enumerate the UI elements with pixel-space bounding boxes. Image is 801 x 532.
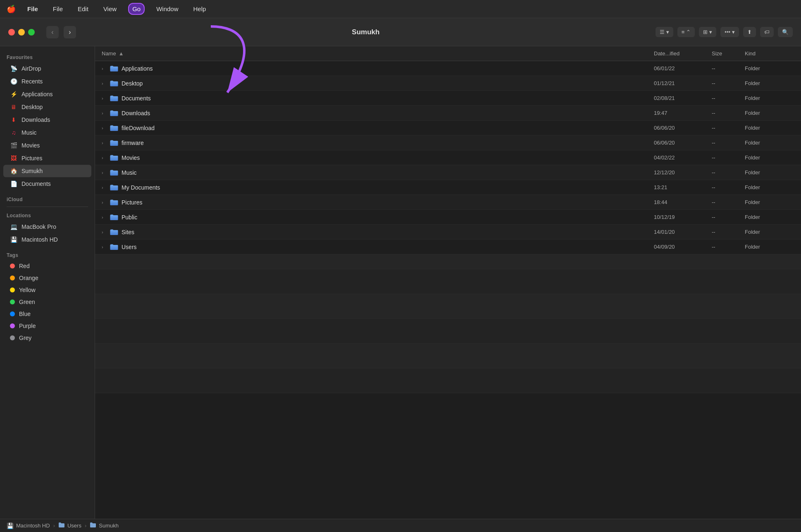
file-row[interactable]: › Desktop 01/12/21 -- Folder [95, 76, 801, 91]
menubar: 🍎 File File Edit View Go Window Help [0, 0, 801, 18]
sidebar-item-tag-red[interactable]: Red [3, 260, 91, 272]
minimize-button[interactable] [18, 29, 25, 36]
breadcrumb-sumukh[interactable]: Sumukh [90, 522, 119, 529]
empty-row-2 [95, 269, 801, 294]
menu-go[interactable]: Go [128, 3, 145, 15]
sidebar-item-tag-yellow[interactable]: Yellow [3, 284, 91, 296]
file-kind: Folder [745, 244, 794, 250]
file-row[interactable]: › Downloads 19:47 -- Folder [95, 106, 801, 121]
file-name: firmware [122, 140, 654, 146]
col-kind-header[interactable]: Kind [745, 50, 794, 57]
file-row[interactable]: › Documents 02/08/21 -- Folder [95, 91, 801, 106]
file-date: 04/02/22 [654, 154, 712, 161]
tag-green-dot [10, 299, 15, 304]
file-row[interactable]: › firmware 06/06/20 -- Folder [95, 135, 801, 150]
menu-edit[interactable]: Edit [74, 4, 92, 14]
folder-icon [110, 80, 118, 87]
file-kind: Folder [745, 214, 794, 220]
col-date-header[interactable]: Date...ified [654, 50, 712, 57]
sidebar-item-music[interactable]: ♫ Music [3, 126, 91, 139]
file-size: -- [712, 95, 745, 101]
share-btn[interactable]: ⬆ [743, 27, 756, 37]
sidebar-item-tag-grey[interactable]: Grey [3, 332, 91, 344]
list-view-btn[interactable]: ☰ ▾ [656, 27, 673, 37]
tag-btn[interactable]: 🏷 [760, 27, 774, 37]
empty-row-5 [95, 344, 801, 368]
search-btn[interactable]: 🔍 [778, 27, 793, 37]
file-date: 14/01/20 [654, 229, 712, 235]
file-row[interactable]: › Pictures 18:44 -- Folder [95, 195, 801, 210]
file-row[interactable]: › Applications 06/01/22 -- Folder [95, 61, 801, 76]
file-row[interactable]: › My Documents 13:21 -- Folder [95, 180, 801, 195]
col-name-label: Name [102, 50, 116, 57]
section-locations: Locations [0, 209, 95, 220]
sidebar-item-applications[interactable]: ⚡ Applications [3, 88, 91, 100]
file-row[interactable]: › Music 12/12/20 -- Folder [95, 165, 801, 180]
sidebar-item-tag-green[interactable]: Green [3, 296, 91, 308]
breadcrumb-sep-1: › [53, 522, 55, 529]
sidebar-item-movies[interactable]: 🎬 Movies [3, 139, 91, 152]
sidebar-item-macintosh[interactable]: 💾 Macintosh HD [3, 233, 91, 246]
file-row[interactable]: › Movies 04/02/22 -- Folder [95, 150, 801, 165]
file-chevron: › [102, 96, 107, 101]
file-size: -- [712, 80, 745, 86]
apple-menu[interactable]: 🍎 [7, 5, 16, 14]
sidebar-item-macbook[interactable]: 💻 MacBook Pro [3, 221, 91, 233]
sidebar-item-tag-orange[interactable]: Orange [3, 272, 91, 284]
menu-view[interactable]: View [100, 4, 120, 14]
group-btn[interactable]: ⊞ ▾ [699, 27, 716, 37]
group-chevron: ▾ [709, 29, 712, 35]
action-btn[interactable]: ••• ▾ [720, 27, 739, 37]
toolbar-controls: ☰ ▾ ≡ ⌃ ⊞ ▾ ••• ▾ ⬆ 🏷 🔍 [656, 27, 793, 37]
disk-icon: 💾 [10, 236, 17, 243]
file-name: Downloads [122, 110, 654, 116]
file-size: -- [712, 244, 745, 250]
file-row[interactable]: › Users 04/09/20 -- Folder [95, 240, 801, 254]
empty-row-3 [95, 294, 801, 319]
content-area: Favourites 📡 AirDrop 🕐 Recents ⚡ Applica… [0, 46, 801, 519]
file-row[interactable]: › fileDownload 06/06/20 -- Folder [95, 121, 801, 135]
close-button[interactable] [8, 29, 15, 36]
sidebar-item-tag-blue[interactable]: Blue [3, 308, 91, 320]
col-name-header[interactable]: Name ▲ [102, 50, 654, 57]
folder-breadcrumb-icon-2 [90, 522, 96, 529]
sidebar-item-airdrop[interactable]: 📡 AirDrop [3, 62, 91, 75]
folder-icon [110, 229, 118, 235]
file-kind: Folder [745, 95, 794, 101]
sidebar-item-downloads[interactable]: ⬇ Downloads [3, 114, 91, 126]
forward-button[interactable]: › [64, 26, 76, 38]
search-icon: 🔍 [782, 29, 789, 35]
macintosh-label: Macintosh HD [21, 236, 58, 243]
sidebar-item-documents[interactable]: 📄 Documents [3, 178, 91, 190]
folder-icon [110, 154, 118, 161]
menu-window[interactable]: Window [153, 4, 181, 14]
menu-file[interactable]: File [50, 4, 66, 14]
file-chevron: › [102, 215, 107, 220]
menu-help[interactable]: Help [190, 4, 210, 14]
col-size-header[interactable]: Size [712, 50, 745, 57]
file-kind: Folder [745, 154, 794, 161]
list-chevron: ▾ [666, 29, 669, 35]
file-chevron: › [102, 200, 107, 205]
app-name[interactable]: File [24, 4, 41, 14]
sidebar-item-tag-purple[interactable]: Purple [3, 320, 91, 332]
sidebar-item-pictures[interactable]: 🖼 Pictures [3, 152, 91, 164]
file-size: -- [712, 65, 745, 71]
file-date: 19:47 [654, 110, 712, 116]
share-icon: ⬆ [747, 29, 752, 35]
sidebar-item-sumukh[interactable]: 🏠 Sumukh [3, 165, 91, 177]
maximize-button[interactable] [28, 29, 35, 36]
sidebar-item-desktop[interactable]: 🖥 Desktop [3, 101, 91, 113]
file-chevron: › [102, 66, 107, 71]
file-row[interactable]: › Public 10/12/19 -- Folder [95, 210, 801, 225]
sidebar-item-recents[interactable]: 🕐 Recents [3, 75, 91, 88]
sort-btn[interactable]: ≡ ⌃ [677, 27, 695, 37]
movies-label: Movies [21, 142, 40, 149]
airdrop-icon: 📡 [10, 65, 17, 72]
breadcrumb-users[interactable]: Users [58, 522, 81, 529]
back-button[interactable]: ‹ [46, 26, 59, 38]
file-name: My Documents [122, 184, 654, 191]
file-kind: Folder [745, 80, 794, 86]
file-row[interactable]: › Sites 14/01/20 -- Folder [95, 225, 801, 240]
breadcrumb-macintosh[interactable]: 💾 Macintosh HD [7, 522, 50, 529]
